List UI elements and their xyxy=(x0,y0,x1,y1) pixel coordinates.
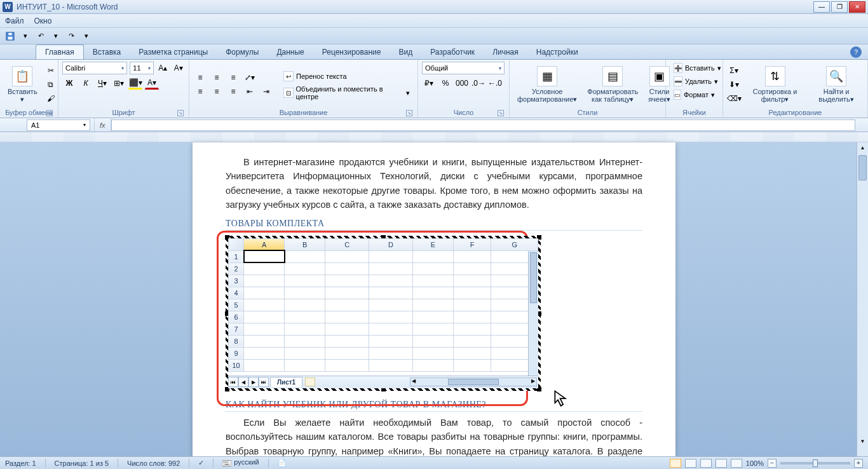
insert-cells-button[interactable]: ➕Вставить▾ xyxy=(670,62,719,74)
view-draft[interactable] xyxy=(731,459,742,468)
tab-review[interactable]: Рецензирование xyxy=(313,45,390,59)
number-launcher[interactable]: ↘ xyxy=(498,110,504,116)
cell[interactable] xyxy=(285,262,325,275)
save-dropdown[interactable]: ▾ xyxy=(19,30,32,43)
redo-icon[interactable]: ↷ xyxy=(65,30,78,43)
scroll-up-icon[interactable]: ▲ xyxy=(857,142,868,153)
cell[interactable] xyxy=(369,287,413,299)
cell-a1[interactable] xyxy=(244,250,285,262)
view-print-layout[interactable] xyxy=(670,459,681,468)
minimize-button[interactable]: — xyxy=(813,1,830,13)
cell[interactable] xyxy=(325,323,369,335)
new-sheet-button[interactable] xyxy=(305,377,315,386)
row-header-3[interactable]: 3 xyxy=(229,275,244,287)
row-header-6[interactable]: 6 xyxy=(229,311,244,323)
cell[interactable] xyxy=(412,275,453,287)
cell[interactable] xyxy=(369,311,413,323)
cell[interactable] xyxy=(244,275,285,287)
col-header-d[interactable]: D xyxy=(369,238,413,250)
cell[interactable] xyxy=(412,262,453,275)
align-top-icon[interactable]: ≡ xyxy=(193,71,207,84)
sheet-nav-last[interactable]: ⏭ xyxy=(259,377,269,387)
underline-icon[interactable]: Ч▾ xyxy=(95,77,109,90)
autosum-icon[interactable]: Σ▾ xyxy=(727,64,741,77)
cell[interactable] xyxy=(285,275,325,287)
cell[interactable] xyxy=(412,250,453,262)
tab-insert[interactable]: Вставка xyxy=(84,45,130,59)
row-header-1[interactable]: 1 xyxy=(229,250,244,262)
cell[interactable] xyxy=(454,262,491,275)
qat-customize[interactable]: ▾ xyxy=(80,30,93,43)
orientation-icon[interactable]: ⤢▾ xyxy=(243,71,257,84)
font-launcher[interactable]: ↘ xyxy=(177,110,184,116)
col-header-f[interactable]: F xyxy=(454,238,491,250)
vertical-scrollbar[interactable]: ▲ ▼ xyxy=(857,142,868,456)
cell[interactable] xyxy=(412,287,453,299)
cell[interactable] xyxy=(244,287,285,299)
cell[interactable] xyxy=(369,359,413,371)
col-header-b[interactable]: B xyxy=(285,238,325,250)
cell[interactable] xyxy=(369,323,413,335)
bold-icon[interactable]: Ж xyxy=(62,77,76,90)
zoom-in-button[interactable]: + xyxy=(854,459,863,468)
sheet-tab-1[interactable]: Лист1 xyxy=(270,377,302,387)
cell[interactable] xyxy=(285,347,325,359)
cell[interactable] xyxy=(369,335,413,347)
status-proofing-icon[interactable]: ✓ xyxy=(198,459,204,467)
formula-input[interactable] xyxy=(111,119,855,131)
embedded-excel-object[interactable]: A B C D E F G 1 2 3 4 5 6 xyxy=(226,236,541,391)
cell[interactable] xyxy=(325,287,369,299)
paste-button[interactable]: 📋 Вставить▾ xyxy=(4,64,41,105)
cell[interactable] xyxy=(325,275,369,287)
increase-indent-icon[interactable]: ⇥ xyxy=(259,85,273,98)
cell[interactable] xyxy=(454,347,491,359)
row-header-8[interactable]: 8 xyxy=(229,335,244,347)
cell[interactable] xyxy=(454,250,491,262)
cell[interactable] xyxy=(325,299,369,311)
cell[interactable] xyxy=(244,262,285,275)
col-header-a[interactable]: A xyxy=(244,238,285,250)
font-name-combo[interactable]: Calibri▾ xyxy=(62,62,127,74)
zoom-thumb[interactable] xyxy=(813,459,818,467)
tab-data[interactable]: Данные xyxy=(268,45,313,59)
col-header-g[interactable]: G xyxy=(491,238,538,250)
mini-scroll-thumb[interactable] xyxy=(530,252,537,303)
row-header-10[interactable]: 10 xyxy=(229,359,244,371)
cell[interactable] xyxy=(412,299,453,311)
fx-button[interactable]: fx xyxy=(94,118,111,132)
cell[interactable] xyxy=(454,311,491,323)
cell[interactable] xyxy=(412,359,453,371)
align-middle-icon[interactable]: ≡ xyxy=(210,71,224,84)
mini-horizontal-scrollbar[interactable]: ◀▶ xyxy=(410,377,537,386)
row-header-2[interactable]: 2 xyxy=(229,262,244,275)
comma-icon[interactable]: 000 xyxy=(455,77,469,90)
menu-window[interactable]: Окно xyxy=(34,17,52,25)
close-button[interactable]: ✕ xyxy=(849,1,865,13)
font-size-combo[interactable]: 11▾ xyxy=(130,62,154,74)
cell[interactable] xyxy=(285,359,325,371)
menu-file[interactable]: Файл xyxy=(5,17,24,25)
zoom-slider[interactable] xyxy=(780,462,850,465)
font-color-icon[interactable]: A▾ xyxy=(145,77,159,90)
percent-icon[interactable]: % xyxy=(438,77,452,90)
clipboard-launcher[interactable]: ↘ xyxy=(46,110,53,116)
copy-icon[interactable]: ⧉ xyxy=(44,78,58,91)
status-section[interactable]: Раздел: 1 xyxy=(5,459,36,467)
zoom-level[interactable]: 100% xyxy=(746,459,764,467)
save-icon[interactable] xyxy=(4,30,17,43)
shrink-font-icon[interactable]: A▾ xyxy=(172,62,185,74)
col-header-c[interactable]: C xyxy=(325,238,369,250)
tab-developer[interactable]: Разработчик xyxy=(421,45,484,59)
cell[interactable] xyxy=(454,275,491,287)
cell[interactable] xyxy=(454,323,491,335)
col-header-e[interactable]: E xyxy=(412,238,453,250)
cell[interactable] xyxy=(454,359,491,371)
cell[interactable] xyxy=(285,250,325,262)
tab-addins[interactable]: Надстройки xyxy=(527,45,587,59)
increase-decimal-icon[interactable]: .0→ xyxy=(471,77,485,90)
cell[interactable] xyxy=(369,250,413,262)
row-header-9[interactable]: 9 xyxy=(229,347,244,359)
decrease-decimal-icon[interactable]: ←.0 xyxy=(488,77,502,90)
status-language[interactable]: русский xyxy=(222,458,259,467)
cell[interactable] xyxy=(412,347,453,359)
